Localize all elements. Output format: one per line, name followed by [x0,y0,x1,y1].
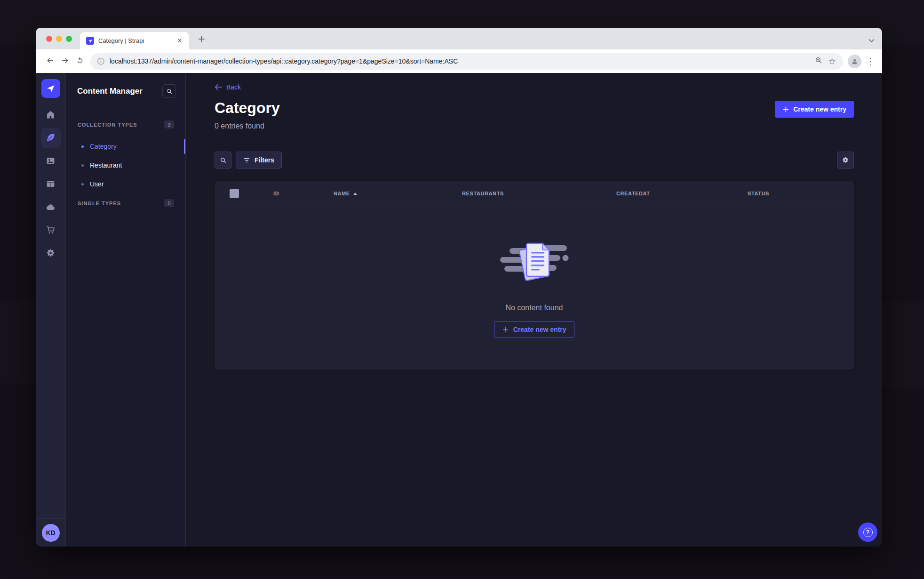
entries-count: 0 entries found [215,122,264,130]
home-icon [41,105,61,125]
view-settings-button[interactable] [837,152,854,169]
tab-title: Category | Strapi [98,37,170,44]
section-label: COLLECTION TYPES [78,122,137,128]
layout-icon [41,174,61,194]
nav-item-settings[interactable] [36,241,66,265]
empty-state-message: No content found [506,304,563,312]
browser-window: Category | Strapi × + ⓘ localhost:1337/a… [36,28,882,547]
browser-toolbar: ⓘ localhost:1337/admin/content-manager/c… [36,49,882,73]
nav-item-home[interactable] [36,103,66,126]
browser-profile-icon[interactable] [848,55,861,68]
sidebar-item-label: Restaurant [90,161,122,169]
sidebar-search-button[interactable] [162,84,176,98]
single-types-count-badge: 0 [164,199,174,207]
nav-item-marketplace[interactable] [36,218,66,241]
column-header-createdat[interactable]: CREATEDAT [616,191,748,196]
empty-create-button-label: Create new entry [513,326,566,333]
search-icon [220,157,227,164]
main-content: Back Category 0 entries found + Create n… [186,73,882,547]
browser-tab-strip: Category | Strapi × + [36,28,882,49]
media-library-icon [41,151,61,171]
bullet-icon [81,183,84,185]
sort-ascending-icon [353,193,357,195]
collection-types-count-badge: 3 [164,121,174,129]
no-content-illustration [499,241,570,286]
page-title: Category [215,99,280,117]
tab-search-chevron-icon[interactable] [868,36,875,45]
address-bar[interactable]: ⓘ localhost:1337/admin/content-manager/c… [90,53,843,70]
filters-button[interactable]: Filters [236,152,282,169]
column-header-status[interactable]: STATUS [748,191,854,196]
browser-forward-icon[interactable] [57,56,72,66]
nav-footer: KD [36,518,65,547]
select-all-checkbox[interactable] [230,189,239,198]
back-arrow-icon [215,84,222,90]
sidebar-item-user[interactable]: User [66,175,185,193]
browser-back-icon[interactable] [42,56,57,66]
strapi-admin-app: KD Content Manager COLLECTION TYPES 3 Ca… [36,73,882,547]
collection-types-section-header: COLLECTION TYPES 3 [66,121,185,129]
cart-icon [41,220,61,240]
column-header-name[interactable]: NAME [334,191,462,196]
nav-item-content-type-builder[interactable] [36,172,66,195]
strapi-favicon-icon [86,37,94,45]
sidebar-item-label: Category [90,143,117,150]
back-link[interactable]: Back [215,83,241,91]
nav-item-content-manager[interactable] [36,126,66,149]
minimize-window-button[interactable] [56,36,62,42]
browser-reload-icon[interactable] [72,56,88,66]
user-avatar[interactable]: KD [42,524,60,542]
gear-icon [842,156,849,164]
site-info-icon[interactable]: ⓘ [97,57,104,66]
sidebar-item-restaurant[interactable]: Restaurant [66,156,185,175]
browser-menu-icon[interactable]: ⋮ [865,56,876,66]
column-header-restaurants[interactable]: RESTAURANTS [462,191,616,196]
section-label: SINGLE TYPES [78,201,121,206]
window-controls [46,36,72,42]
new-tab-button[interactable]: + [198,33,206,44]
feather-icon [41,128,61,148]
sidebar-item-category[interactable]: Category [66,137,185,156]
help-icon: ? [863,528,873,537]
sidebar-item-label: User [90,180,104,188]
divider [77,109,91,109]
content-manager-sidebar: Content Manager COLLECTION TYPES 3 Categ… [66,73,186,547]
create-button-label: Create new entry [793,105,846,113]
single-types-section-header: SINGLE TYPES 0 [66,199,185,207]
gear-icon [41,243,61,263]
sidebar-title: Content Manager [77,87,143,96]
plus-icon: + [502,326,509,334]
column-header-id[interactable]: ID [273,191,334,196]
create-new-entry-button[interactable]: + Create new entry [775,101,854,118]
empty-create-entry-button[interactable]: + Create new entry [494,321,574,338]
collection-types-list: Category Restaurant User [66,137,185,193]
bookmark-star-icon[interactable]: ☆ [828,56,836,66]
nav-item-cloud[interactable] [36,195,66,218]
search-entries-button[interactable] [215,152,231,169]
url-text[interactable]: localhost:1337/admin/content-manager/col… [110,57,809,65]
strapi-logo[interactable] [41,79,60,98]
browser-tab[interactable]: Category | Strapi × [80,32,189,49]
filters-label: Filters [255,156,274,164]
bullet-icon [81,145,84,148]
back-label: Back [226,83,241,91]
cloud-icon [41,197,61,217]
table-header-row: ID NAME RESTAURANTS CREATEDAT STATUS [215,181,854,206]
nav-item-media-library[interactable] [36,149,66,172]
help-button[interactable]: ? [858,523,877,542]
entries-table: ID NAME RESTAURANTS CREATEDAT STATUS [215,181,854,370]
empty-state: No content found + Create new entry [215,206,854,370]
bullet-icon [81,164,84,167]
divider [36,518,65,519]
close-window-button[interactable] [46,36,52,42]
nav-icon-list [36,100,66,265]
close-tab-icon[interactable]: × [175,36,184,45]
filter-icon [243,157,250,163]
main-navigation-rail: KD [36,73,66,547]
plus-icon: + [782,105,789,113]
zoom-in-icon[interactable] [814,56,823,66]
active-indicator [184,139,185,154]
maximize-window-button[interactable] [66,36,72,42]
